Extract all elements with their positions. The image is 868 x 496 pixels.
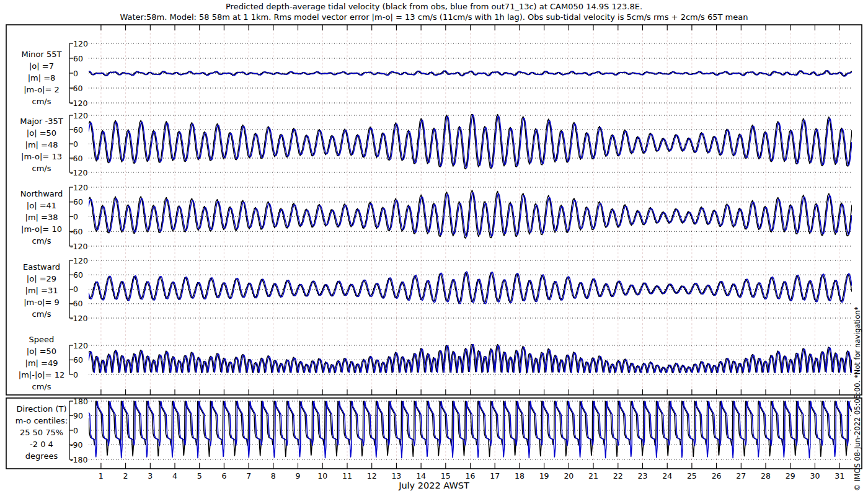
- x-tick-label: 4: [164, 471, 185, 480]
- panel-label-line: -2 0 4: [2, 438, 81, 450]
- panel-label-line: |m| =31: [2, 285, 81, 296]
- panel-label-line: |o| =7: [2, 60, 81, 72]
- x-tick-label: 30: [804, 471, 825, 480]
- panel-label-direction: Direction (T)m-o centiles:25 50 75%-2 0 …: [2, 403, 81, 462]
- x-tick-label: 11: [337, 471, 358, 480]
- x-tick-label: 25: [681, 471, 702, 480]
- x-tick-label: 14: [410, 471, 432, 480]
- panel-label-speed: Speed|o| =50|m| =49|m|-|o|= 12cm/s: [2, 334, 81, 392]
- x-tick-label: 18: [509, 471, 530, 480]
- panel-label-northward: Northward|o| =41|m| =38|m-o|= 10cm/s: [2, 188, 81, 247]
- panel-label-line: Speed: [2, 334, 81, 345]
- panel-label-line: |m| =38: [2, 211, 81, 223]
- panel-label-line: Direction (T): [2, 403, 81, 415]
- x-tick-label: 21: [583, 471, 604, 480]
- panel-label-line: degrees: [2, 450, 81, 462]
- imos-watermark: © IMOS 08-Jun-2022 05:05:00. *Not for na…: [853, 307, 862, 491]
- x-tick-label: 6: [213, 471, 234, 480]
- panel-label-line: cm/s: [2, 381, 81, 392]
- x-axis-title: July 2022 AWST: [0, 480, 868, 490]
- panel-label-line: |m-o|= 2: [2, 84, 81, 95]
- x-tick-label: 31: [829, 471, 850, 480]
- x-tick-label: 10: [312, 471, 333, 480]
- panel-label-line: |m| =48: [2, 139, 81, 151]
- x-tick-label: 29: [780, 471, 801, 480]
- panel-label-line: |m-o|= 9: [2, 296, 81, 308]
- panel-label-line: |o| =50: [2, 127, 81, 139]
- x-tick-label: 28: [755, 471, 776, 480]
- x-tick-label: 16: [460, 471, 481, 480]
- tidal-velocity-figure: Predicted depth-average tidal velocity (…: [0, 0, 868, 496]
- x-tick-label: 17: [484, 471, 505, 480]
- panel-label-line: cm/s: [2, 308, 81, 320]
- x-tick-label: 23: [632, 471, 653, 480]
- x-tick-label: 13: [386, 471, 407, 480]
- x-tick-label: 15: [435, 471, 456, 480]
- x-tick-label: 26: [706, 471, 727, 480]
- panel-label-line: Major -35T: [2, 115, 81, 127]
- x-tick-label: 7: [238, 471, 259, 480]
- panel-label-line: cm/s: [2, 162, 81, 174]
- panel-label-line: cm/s: [2, 95, 81, 107]
- panel-label-line: |o| =29: [2, 273, 81, 285]
- x-tick-label: 22: [608, 471, 629, 480]
- x-tick-label: 9: [288, 471, 309, 480]
- y-tick-label: 120: [73, 39, 88, 48]
- velocity-frame: [6, 25, 862, 395]
- x-tick-label: 3: [140, 471, 161, 480]
- x-tick-label: 12: [361, 471, 383, 480]
- panel-label-line: Minor 55T: [2, 48, 81, 60]
- panel-label-major: Major -35T|o| =50|m| =48|m-o|= 13cm/s: [2, 115, 81, 174]
- panel-label-line: |m|-|o|= 12: [2, 369, 81, 381]
- x-tick-label: 8: [263, 471, 284, 480]
- panel-label-line: Northward: [2, 188, 81, 200]
- panel-label-line: cm/s: [2, 235, 81, 247]
- x-tick-label: 27: [730, 471, 751, 480]
- x-tick-label: 5: [189, 471, 210, 480]
- panel-label-eastward: Eastward|o| =29|m| =31|m-o|= 9cm/s: [2, 261, 81, 320]
- x-tick-label: 19: [534, 471, 555, 480]
- panel-label-line: |o| =41: [2, 200, 81, 211]
- panel-label-line: |m| =49: [2, 357, 81, 369]
- panel-label-line: Eastward: [2, 261, 81, 273]
- chart-canvas: 120600-60-120120600-60-120120600-60-1201…: [0, 0, 868, 496]
- panel-label-line: m-o centiles:: [2, 415, 81, 427]
- panel-label-line: |m-o|= 13: [2, 151, 81, 162]
- x-tick-label: 24: [657, 471, 678, 480]
- panel-label-minor: Minor 55T|o| =7|m| =8|m-o|= 2cm/s: [2, 48, 81, 107]
- panel-label-line: |m| =8: [2, 72, 81, 84]
- panel-label-line: |o| =50: [2, 345, 81, 357]
- panel-label-line: |m-o|= 10: [2, 223, 81, 235]
- x-tick-label: 2: [115, 471, 136, 480]
- x-tick-label: 1: [91, 471, 112, 480]
- panel-label-line: 25 50 75%: [2, 427, 81, 438]
- x-tick-label: 20: [558, 471, 579, 480]
